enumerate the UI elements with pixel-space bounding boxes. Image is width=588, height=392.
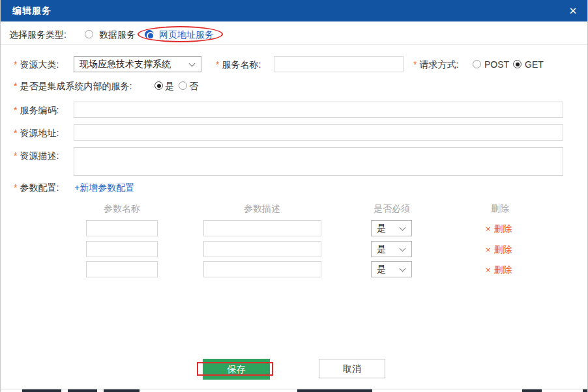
close-icon[interactable]: ✕: [564, 0, 582, 21]
required-marker: *: [413, 59, 417, 70]
service-name-label: *服务名称:: [216, 59, 261, 71]
background-page-sliver: [583, 389, 588, 392]
resource-address-label: *资源地址:: [14, 128, 59, 139]
radio-no[interactable]: [179, 81, 187, 90]
radio-data-service-label[interactable]: 数据服务: [99, 29, 136, 41]
param-name-input[interactable]: [86, 220, 158, 236]
edit-service-dialog: 编辑服务 ✕ 选择服务类型: 数据服务 网页地址服务 *资源大类: 现场应急技术…: [0, 0, 588, 392]
param-required-value: 是: [377, 242, 386, 257]
dialog-titlebar: 编辑服务 ✕: [1, 0, 588, 21]
background-page-sliver: [522, 389, 542, 392]
param-required-select[interactable]: 是: [371, 220, 412, 236]
background-page-sliver: [68, 389, 97, 392]
background-page-sliver: [297, 389, 372, 392]
param-required-header: 是否必须: [353, 203, 431, 215]
service-code-input[interactable]: [74, 102, 563, 118]
chevron-down-icon: [189, 61, 196, 67]
required-marker: *: [14, 128, 17, 138]
required-marker: *: [14, 150, 17, 161]
delete-row-link[interactable]: ×删除: [486, 223, 512, 235]
dialog-title: 编辑服务: [12, 0, 51, 21]
param-delete-header: 删除: [461, 203, 539, 215]
param-desc-input[interactable]: [203, 261, 321, 277]
chevron-down-icon: [400, 245, 406, 252]
radio-data-service[interactable]: [85, 30, 93, 38]
required-marker: *: [14, 81, 17, 91]
resource-category-select[interactable]: 现场应急技术支撑系统: [74, 56, 201, 72]
service-type-label: 选择服务类型:: [9, 29, 66, 41]
radio-webpage-service-label[interactable]: 网页地址服务: [159, 29, 214, 41]
delete-x-icon: ×: [486, 245, 491, 255]
divider: [1, 44, 588, 45]
radio-get[interactable]: [513, 60, 522, 68]
radio-yes[interactable]: [154, 81, 163, 90]
param-name-header: 参数名称: [83, 203, 161, 215]
param-desc-input[interactable]: [203, 241, 321, 257]
service-code-label: *服务编码:: [14, 105, 59, 117]
add-param-config-link[interactable]: +新增参数配置: [74, 182, 134, 194]
param-required-value: 是: [377, 221, 386, 236]
required-marker: *: [14, 105, 17, 115]
request-method-label: *请求方式:: [413, 59, 458, 71]
required-marker: *: [14, 59, 17, 70]
service-name-input[interactable]: [274, 56, 404, 72]
resource-category-value: 现场应急技术支撑系统: [80, 57, 171, 72]
background-page-sliver: [104, 389, 140, 392]
internal-service-label: *是否是集成系统内部的服务:: [14, 81, 132, 92]
resource-description-label: *资源描述:: [14, 150, 59, 162]
radio-get-label[interactable]: GET: [525, 59, 544, 70]
chevron-down-icon: [400, 266, 406, 272]
param-desc-header: 参数描述: [223, 203, 301, 215]
radio-webpage-service[interactable]: [145, 30, 154, 39]
radio-post[interactable]: [473, 60, 481, 68]
save-button[interactable]: 保存: [203, 359, 270, 380]
param-required-select[interactable]: 是: [371, 261, 412, 277]
param-required-value: 是: [377, 262, 386, 277]
required-marker: *: [216, 59, 219, 70]
param-desc-input[interactable]: [203, 220, 321, 236]
delete-x-icon: ×: [486, 224, 491, 234]
resource-category-label: *资源大类:: [14, 59, 59, 71]
delete-row-link[interactable]: ×删除: [486, 264, 512, 276]
radio-no-label[interactable]: 否: [189, 81, 198, 92]
resource-description-textarea[interactable]: [74, 147, 563, 176]
param-name-input[interactable]: [86, 261, 158, 277]
chevron-down-icon: [400, 225, 406, 231]
delete-x-icon: ×: [486, 265, 491, 275]
delete-row-link[interactable]: ×删除: [486, 244, 512, 256]
param-required-select[interactable]: 是: [371, 241, 412, 257]
background-page-sliver: [22, 389, 61, 392]
radio-yes-label[interactable]: 是: [165, 81, 174, 92]
cancel-button[interactable]: 取消: [319, 359, 385, 378]
resource-address-input[interactable]: [74, 124, 563, 141]
param-name-input[interactable]: [86, 241, 158, 257]
param-config-label: *参数配置:: [14, 182, 59, 194]
required-marker: *: [14, 182, 17, 193]
radio-post-label[interactable]: POST: [484, 59, 509, 70]
